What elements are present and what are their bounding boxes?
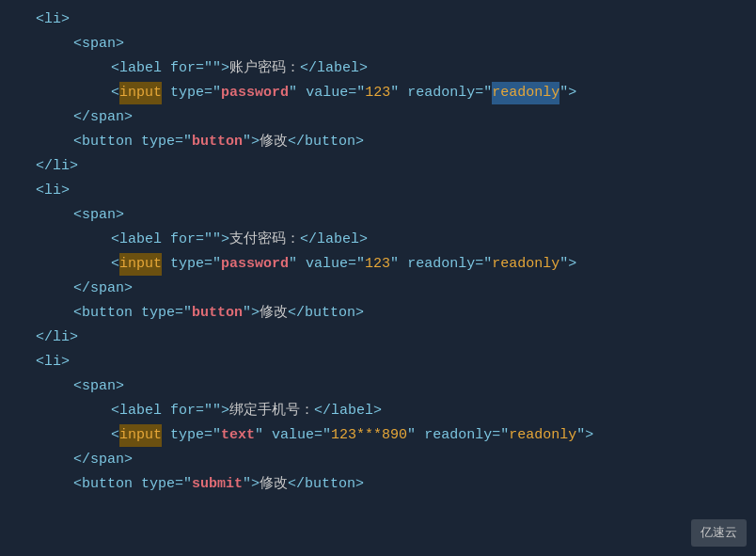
line-span-open-2: <span> xyxy=(0,203,756,228)
line-span-open-1: <span> xyxy=(0,32,756,56)
line-li-open-3: <li> xyxy=(0,350,756,374)
line-input-password-1: <input type="password" value="123" reado… xyxy=(0,81,756,105)
line-input-password-2: <input type="password" value="123" reado… xyxy=(0,252,756,277)
tag-bracket: > xyxy=(61,8,70,31)
tag-li: li xyxy=(44,8,61,31)
line-label-payment: <label for="">支付密码：</label> xyxy=(0,228,756,252)
tag-bracket: < xyxy=(36,8,44,31)
line-button-modify-1: <button type="button">修改</button> xyxy=(0,130,756,154)
tag-open: < xyxy=(111,57,119,80)
line-li-open-2: <li> xyxy=(0,179,756,203)
line-button-submit: <button type="submit">修改</button> xyxy=(0,472,756,497)
line-span-close-3: </span> xyxy=(0,448,756,472)
line-span-close-1: </span> xyxy=(0,105,756,130)
line-label-phone: <label for="">绑定手机号：</label> xyxy=(0,399,756,423)
line-label-account: <label for="">账户密码：</label> xyxy=(0,56,756,81)
tag-text: <span> xyxy=(73,33,124,56)
line-button-modify-2: <button type="button">修改</button> xyxy=(0,301,756,326)
line-li-open: <li> xyxy=(0,8,756,32)
code-editor: <li> <span> <label for="">账户密码：</label> … xyxy=(0,0,756,556)
line-li-close-1: </li> xyxy=(0,154,756,179)
line-li-close-2: </li> xyxy=(0,326,756,350)
line-input-text: <input type="text" value="123***890" rea… xyxy=(0,423,756,448)
line-span-close-2: </span> xyxy=(0,277,756,301)
watermark: 亿速云 xyxy=(691,519,747,547)
line-span-open-3: <span> xyxy=(0,374,756,399)
